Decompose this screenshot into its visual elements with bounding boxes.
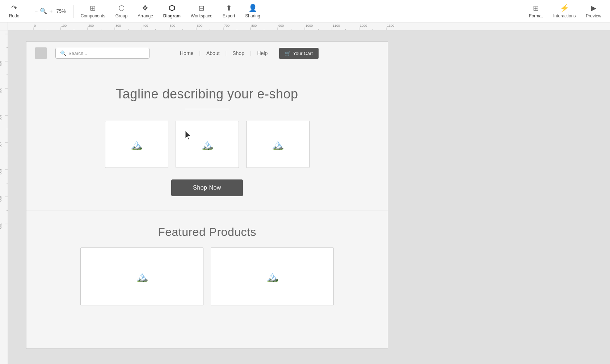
featured-grid: 🏔️ 🏔️ [35,247,379,305]
cart-label: Your Cart [293,51,312,56]
product-card-1[interactable]: 🏔️ [105,121,168,168]
search-bar[interactable]: 🔍 [55,48,150,59]
logo-placeholder [35,47,47,59]
redo-icon: ↷ [11,4,17,12]
redo-label: Redo [9,13,20,18]
svg-text:200: 200 [0,88,2,93]
components-icon: ⊞ [90,4,96,12]
export-button[interactable]: ⬆ Export [218,1,240,21]
cart-button[interactable]: 🛒 Your Cart [279,48,318,59]
featured-image-1: 🏔️ [136,271,148,283]
hero-section: Tagline describing your e-shop 🏔️ 🏔️ 🏔️ … [26,65,388,211]
svg-text:0: 0 [34,24,36,27]
preview-button[interactable]: ▶ Preview [581,1,606,21]
shop-now-button[interactable]: Shop Now [171,179,243,196]
nav-sep-1: | [199,50,201,56]
svg-text:1300: 1300 [387,24,394,27]
divider-1 [27,5,27,18]
svg-text:1100: 1100 [333,24,340,27]
svg-text:100: 100 [61,24,67,27]
svg-text:900: 900 [278,24,284,27]
interactions-button[interactable]: ⚡ Interactions [549,1,580,21]
nav-home[interactable]: Home [177,49,196,58]
featured-section: Featured Products 🏔️ 🏔️ [26,211,388,305]
svg-text:300: 300 [115,24,121,27]
format-label: Format [529,13,543,18]
workspace-icon: ⊟ [198,4,205,12]
interactions-icon: ⚡ [560,4,569,12]
tagline-text: Tagline describing your e-shop [35,86,379,102]
svg-text:800: 800 [251,24,257,27]
product-image-1: 🏔️ [130,139,143,151]
zoom-control: − 🔍 + 75% [30,6,70,17]
product-card-3[interactable]: 🏔️ [246,121,310,168]
nav-sep-3: | [250,50,252,56]
featured-title: Featured Products [35,225,379,239]
group-label: Group [115,13,127,18]
group-icon: ⬡ [118,4,125,12]
redo-button[interactable]: ↷ Redo [4,1,24,21]
arrange-button[interactable]: ❖ Arrange [133,1,157,21]
zoom-plus-button[interactable]: + [48,7,54,15]
sharing-button[interactable]: 👤 Sharing [241,1,264,21]
diagram-button[interactable]: ⬡ Diagram [159,1,185,21]
svg-text:1200: 1200 [360,24,367,27]
sharing-icon: 👤 [248,4,257,12]
product-image-3: 🏔️ [272,139,284,151]
group-button[interactable]: ⬡ Group [111,1,132,21]
page-frame: 🔍 Home | About | Shop | Help 🛒 Your Cart… [26,41,388,349]
svg-text:500: 500 [0,169,2,174]
divider-2 [73,5,73,18]
preview-label: Preview [586,13,601,18]
featured-card-2[interactable]: 🏔️ [211,247,334,305]
export-label: Export [223,13,235,18]
svg-text:600: 600 [0,196,2,202]
sharing-label: Sharing [245,13,260,18]
workspace-label: Workspace [191,13,213,18]
toolbar-right: ⊞ Format ⚡ Interactions ▶ Preview [524,1,606,21]
zoom-minus-button[interactable]: − [33,7,39,15]
arrange-label: Arrange [138,13,153,18]
search-icon: 🔍 [60,50,66,56]
ruler-corner [0,22,8,30]
diagram-icon: ⬡ [169,4,175,12]
nav-shop[interactable]: Shop [230,49,247,58]
zoom-value: 75% [55,8,67,14]
svg-text:700: 700 [0,223,2,229]
interactions-label: Interactions [553,13,576,18]
search-input[interactable] [68,51,141,56]
svg-text:400: 400 [0,142,2,147]
svg-text:400: 400 [143,24,148,27]
diagram-label: Diagram [163,13,181,18]
nav-help[interactable]: Help [254,49,271,58]
wireframe-navbar: 🔍 Home | About | Shop | Help 🛒 Your Cart [26,42,388,65]
export-icon: ⬆ [226,4,232,12]
workspace-button[interactable]: ⊟ Workspace [186,1,217,21]
product-image-2: 🏔️ [201,139,214,151]
featured-card-1[interactable]: 🏔️ [80,247,203,305]
nav-about[interactable]: About [203,49,223,58]
product-card-2[interactable]: 🏔️ [176,121,239,168]
svg-text:600: 600 [197,24,202,27]
ruler-vertical: 100200300400500600700 [0,30,8,364]
svg-text:1000: 1000 [306,24,313,27]
format-icon: ⊞ [533,4,539,12]
svg-text:300: 300 [0,115,2,120]
shop-now-label: Shop Now [193,185,221,191]
components-button[interactable]: ⊞ Components [76,1,110,21]
product-grid: 🏔️ 🏔️ 🏔️ [35,121,379,168]
cart-icon: 🛒 [285,51,291,56]
svg-text:100: 100 [0,60,2,66]
featured-image-2: 🏔️ [266,271,279,283]
svg-text:500: 500 [170,24,175,27]
components-label: Components [81,13,105,18]
nav-links: Home | About | Shop | Help 🛒 Your Cart [177,48,379,59]
arrange-icon: ❖ [142,4,148,12]
format-button[interactable]: ⊞ Format [524,1,547,21]
canvas-area[interactable]: 🔍 Home | About | Shop | Help 🛒 Your Cart… [8,30,610,364]
preview-icon: ▶ [591,4,596,12]
svg-text:200: 200 [88,24,94,27]
svg-text:700: 700 [224,24,230,27]
zoom-icon: 🔍 [40,8,47,14]
nav-sep-2: | [226,50,227,56]
